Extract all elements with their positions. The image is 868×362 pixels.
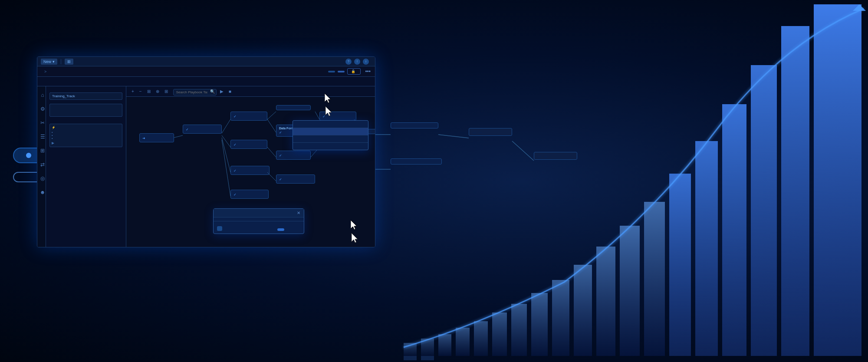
new-button[interactable]: New ▾ <box>41 59 57 65</box>
menu-item-delete[interactable] <box>293 128 368 135</box>
svg-line-28 <box>267 119 276 132</box>
node-any-changes[interactable] <box>534 152 577 160</box>
node-check-ips: ✓ <box>233 143 264 147</box>
svg-rect-13 <box>669 174 691 356</box>
node-url-rep[interactable]: ✓ <box>319 112 356 121</box>
dialog-header: x ✕ <box>214 209 304 217</box>
submit-button[interactable] <box>338 71 345 72</box>
node-url-data-clean[interactable] <box>276 105 311 110</box>
properties-panel: ⚡ • • • ▶ <box>46 86 126 247</box>
node-auto-close[interactable] <box>391 122 438 128</box>
svg-rect-18 <box>814 4 861 356</box>
tabs-bar <box>37 77 375 86</box>
trigger-dot-3: • <box>52 137 53 140</box>
svg-rect-7 <box>531 293 548 356</box>
context-menu <box>293 120 368 150</box>
svg-rect-5 <box>492 313 507 356</box>
trigger-item-1: • <box>52 131 120 134</box>
node-check-url-rep: ✓ <box>322 115 353 118</box>
more-options-icon[interactable]: ••• <box>365 69 371 75</box>
node-check-url: ✓ <box>233 115 264 118</box>
info-icon[interactable]: i <box>363 59 369 65</box>
rerun-btn-cell <box>274 221 304 234</box>
title-bar-right: 🔒 ••• <box>328 68 371 75</box>
yes-option-2[interactable] <box>538 156 541 157</box>
draft-status-btn[interactable] <box>328 71 335 72</box>
svg-rect-10 <box>596 247 615 356</box>
svg-rect-4 <box>474 321 488 356</box>
svg-rect-11 <box>620 226 640 356</box>
svg-line-24 <box>222 135 230 147</box>
any-changes-options <box>538 156 573 157</box>
svg-rect-16 <box>751 65 777 356</box>
menu-item-version[interactable] <box>293 135 368 143</box>
svg-line-27 <box>267 112 276 119</box>
top-bar-right: ? ! i <box>345 59 372 65</box>
add-trigger-btn[interactable]: ▶ <box>52 141 120 145</box>
node-training-track[interactable]: ➜ <box>139 133 174 142</box>
node-extract-ips[interactable]: ✓ <box>230 140 267 149</box>
title-sep: > <box>44 69 46 74</box>
status-col-header <box>214 217 243 221</box>
description-input[interactable] <box>49 104 122 117</box>
node-detonate-file[interactable]: ✓ <box>230 190 269 199</box>
node-check-dedupe: ✓ <box>279 154 308 158</box>
trigger-icon: ⚡ <box>52 126 56 129</box>
grid-icon[interactable]: ⊞ <box>65 59 73 65</box>
new-label: New <box>43 59 51 64</box>
menu-item-replace[interactable] <box>293 121 368 128</box>
run-mode-col-header <box>243 217 273 221</box>
svg-rect-15 <box>722 104 746 356</box>
svg-rect-19 <box>404 356 417 360</box>
app-window: New ▾ ⊞ ? ! i > 🔒 ••• <box>37 56 375 247</box>
node-dedupe-ips[interactable]: ✓ <box>276 151 311 160</box>
triggers-section: ⚡ • • • ▶ <box>49 124 122 147</box>
svg-rect-6 <box>511 304 527 356</box>
node-check-domain-rep: ✓ <box>279 178 312 181</box>
svg-line-29 <box>267 147 276 157</box>
svg-line-22 <box>174 135 183 138</box>
svg-line-25 <box>222 138 230 172</box>
node-extract-domains[interactable]: ✓ <box>230 166 270 175</box>
no-option-1[interactable] <box>473 132 476 133</box>
node-passed-60[interactable] <box>469 128 512 136</box>
triggers-header: ⚡ <box>52 126 120 129</box>
svg-rect-17 <box>781 26 809 356</box>
menu-item-commands[interactable] <box>293 143 368 150</box>
canvas-toolbar: + − ⊞ ⊕ ⊞ 🔍 ▶ ■ <box>126 86 375 97</box>
help-icon[interactable]: ? <box>345 59 352 65</box>
separator <box>61 59 61 64</box>
play-btn[interactable]: ▶ <box>218 88 225 95</box>
svg-rect-14 <box>695 141 718 356</box>
svg-rect-9 <box>574 265 592 356</box>
no-option-2[interactable] <box>544 156 547 157</box>
node-domain-rep[interactable]: ✓ <box>276 174 315 184</box>
chart-area <box>391 0 868 362</box>
svg-line-26 <box>222 140 230 196</box>
trigger-item-3: • <box>52 137 120 140</box>
grid-btn[interactable]: ⊞ <box>163 88 170 95</box>
svg-rect-2 <box>438 334 451 356</box>
stop-btn[interactable]: ■ <box>227 88 233 95</box>
dialog-grid <box>214 217 304 234</box>
yes-option-1[interactable] <box>479 132 482 133</box>
dialog-close-btn[interactable]: ✕ <box>297 211 300 215</box>
node-check-enrichment: ✓ <box>186 128 219 132</box>
status-value-cell <box>214 221 243 234</box>
svg-rect-3 <box>456 328 470 356</box>
node-check-domains: ✓ <box>233 169 266 173</box>
zoom-out-btn[interactable]: − <box>138 88 144 95</box>
permissions-button[interactable]: 🔒 <box>347 68 361 75</box>
app-body: ⌂ ⚙ ✂ ☰ ⊞ ⇄ ◎ ☻ ⚡ • <box>37 86 375 247</box>
rerun-button[interactable] <box>277 228 284 231</box>
node-begin-calc[interactable] <box>391 158 442 165</box>
playbook-name-input[interactable] <box>49 92 122 100</box>
alert-icon[interactable]: ! <box>354 59 360 65</box>
zoom-in-btn[interactable]: + <box>130 88 136 95</box>
trigger-dot-2: • <box>52 134 53 137</box>
node-extract-url[interactable]: ✓ <box>230 112 267 121</box>
fit-btn[interactable]: ⊞ <box>145 88 152 95</box>
center-btn[interactable]: ⊕ <box>154 88 161 95</box>
node-data-enrichment[interactable]: ✓ <box>183 125 222 134</box>
permissions-icon: 🔒 <box>351 69 355 73</box>
